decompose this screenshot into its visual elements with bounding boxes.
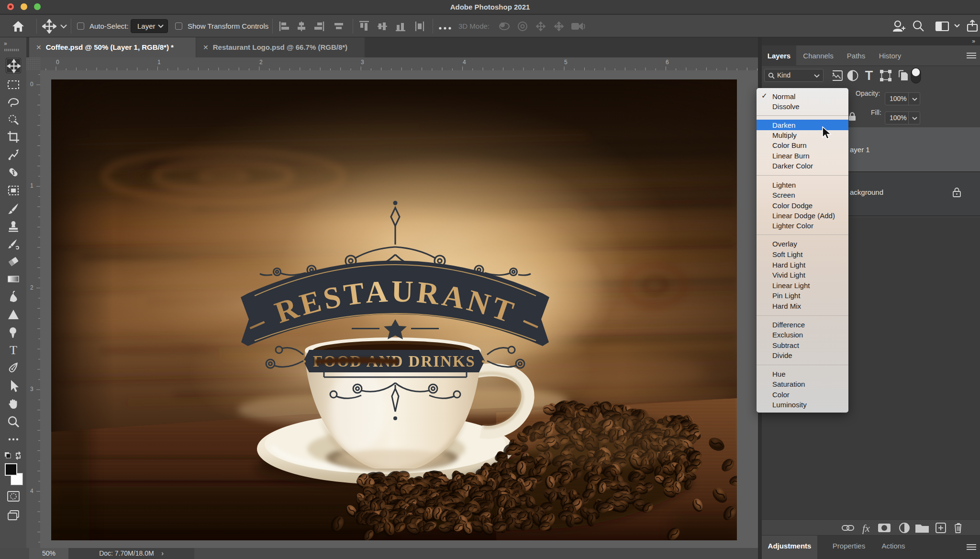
svg-text:fx: fx: [862, 522, 870, 534]
svg-text:T: T: [865, 68, 873, 83]
svg-text:T: T: [10, 343, 17, 357]
